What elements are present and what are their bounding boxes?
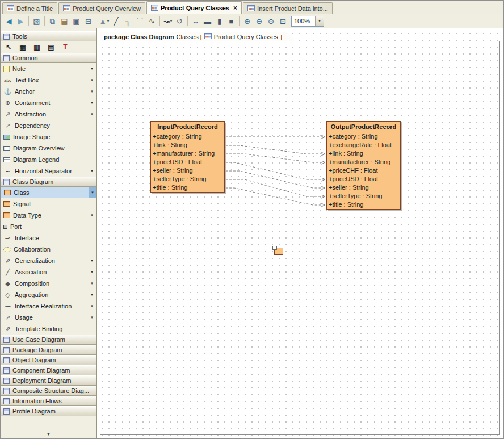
- class-attribute[interactable]: +seller : String: [151, 166, 224, 175]
- expand-arrow-icon[interactable]: ▾: [89, 78, 95, 82]
- palette-item-usage[interactable]: ↗Usage▾: [1, 312, 96, 323]
- select-in-containment-tree-button[interactable]: ▧: [31, 15, 43, 27]
- class-attribute[interactable]: +category : String: [327, 132, 400, 141]
- expand-arrow-icon[interactable]: ▾: [89, 66, 95, 71]
- make-same-width-button[interactable]: ▬: [201, 15, 213, 27]
- palette-section-tools[interactable]: Tools: [1, 31, 96, 41]
- palette-scroll-down-button[interactable]: ▼: [1, 430, 96, 438]
- forward-button[interactable]: ▶: [15, 15, 27, 27]
- make-same-height-button[interactable]: ▮: [213, 15, 225, 27]
- palette-item-diagram-legend[interactable]: Diagram Legend: [1, 154, 96, 165]
- diagram-frame-title[interactable]: package Class Diagram Classes [ Product …: [100, 32, 295, 41]
- palette-item-text-box[interactable]: abcText Box▾: [1, 74, 96, 86]
- class-attribute[interactable]: +seller : String: [327, 183, 400, 192]
- class-attribute[interactable]: +link : String: [151, 141, 224, 149]
- class-outputproductrecord[interactable]: OutputProductRecord+category : String+ex…: [326, 121, 401, 210]
- select-tool-icon[interactable]: ↖: [4, 43, 13, 52]
- expand-arrow-icon[interactable]: ▾: [89, 187, 96, 198]
- diagram-tool-icon[interactable]: ▦: [18, 43, 27, 52]
- zoom-in-button[interactable]: ⊕: [241, 15, 253, 27]
- palette-section-composite-structure-diag[interactable]: Composite Structure Diag...: [1, 386, 96, 396]
- class-attribute[interactable]: +priceCHF : Float: [327, 166, 400, 175]
- class-attribute[interactable]: +priceUSD : Float: [327, 175, 400, 183]
- copy-button[interactable]: ⧉: [47, 15, 58, 27]
- text-tool-icon[interactable]: T: [61, 43, 70, 52]
- palette-section-information-flows[interactable]: Information Flows: [1, 396, 96, 406]
- class-name[interactable]: InputProductRecord: [151, 122, 224, 132]
- mapping-connector-manufacturer[interactable]: [225, 154, 325, 162]
- curved-path-button[interactable]: ⌒: [134, 15, 146, 27]
- palette-section-profile-diagram[interactable]: Profile Diagram: [1, 406, 96, 416]
- tab-define-a-title[interactable]: Define a Title: [2, 2, 57, 14]
- tab-product-query-overview[interactable]: Product Query Overview: [58, 2, 145, 14]
- class-inputproductrecord[interactable]: InputProductRecord+category : String+lin…: [150, 121, 225, 193]
- palette-item-abstraction[interactable]: ↗Abstraction▾: [1, 108, 96, 120]
- back-button[interactable]: ◀: [3, 15, 15, 27]
- zoom-region-button[interactable]: ⊡: [277, 15, 289, 27]
- palette-item-interface-realization[interactable]: ⊶Interface Realization▾: [1, 300, 96, 312]
- palette-section-object-diagram[interactable]: Object Diagram: [1, 355, 96, 365]
- paste-style-button[interactable]: ⊟: [82, 15, 94, 27]
- palette-item-association[interactable]: ╱Association▾: [1, 266, 96, 278]
- class-attribute[interactable]: +manufacturer : String: [327, 158, 400, 166]
- palette-section-class-diagram[interactable]: Class Diagram: [1, 177, 96, 187]
- palette-section-package-diagram[interactable]: Package Diagram: [1, 345, 96, 355]
- swimlane-tool-icon[interactable]: ▥: [32, 43, 41, 52]
- class-attribute[interactable]: +sellerType : String: [151, 175, 224, 183]
- expand-arrow-icon[interactable]: ▾: [89, 292, 95, 297]
- class-attribute[interactable]: +priceUSD : Float: [151, 158, 224, 166]
- tab-product-query-classes[interactable]: Product Query Classes×: [146, 1, 242, 14]
- mapping-connector-link[interactable]: [225, 145, 325, 154]
- class-attribute[interactable]: +title : String: [151, 183, 224, 192]
- palette-item-horizontal-separator[interactable]: ┄Horizontal Separator▾: [1, 165, 96, 177]
- class-attribute[interactable]: +link : String: [327, 149, 400, 158]
- palette-item-diagram-overview[interactable]: Diagram Overview: [1, 143, 96, 154]
- palette-section-common[interactable]: Common: [1, 53, 96, 63]
- expand-arrow-icon[interactable]: ▾: [89, 169, 95, 173]
- paste-button[interactable]: ▤: [58, 15, 70, 27]
- palette-item-dependency[interactable]: ↗Dependency: [1, 120, 96, 131]
- class-name[interactable]: OutputProductRecord: [327, 122, 400, 132]
- palette-item-anchor[interactable]: ⚓Anchor▾: [1, 86, 96, 97]
- palette-item-port[interactable]: Port: [1, 221, 96, 232]
- palette-item-template-binding[interactable]: ⇗Template Binding: [1, 323, 96, 335]
- mapping-connector-sellerType[interactable]: [225, 179, 325, 196]
- palette-item-composition[interactable]: ◆Composition▾: [1, 278, 96, 289]
- expand-arrow-icon[interactable]: ▾: [89, 112, 95, 116]
- zoom-level-combobox[interactable]: 100%▾: [291, 16, 324, 27]
- zoom-out-button[interactable]: ⊖: [253, 15, 265, 27]
- class-attribute[interactable]: +sellerType : String: [327, 192, 400, 200]
- rectilinear-path-button[interactable]: ┐: [122, 15, 134, 27]
- reroute-path-button[interactable]: ↺: [174, 15, 186, 27]
- copy-style-button[interactable]: ▣: [70, 15, 82, 27]
- palette-item-image-shape[interactable]: Image Shape: [1, 131, 96, 143]
- expand-arrow-icon[interactable]: ▾: [89, 101, 95, 105]
- palette-item-containment[interactable]: ⊕Containment▾: [1, 97, 96, 108]
- palette-section-component-diagram[interactable]: Component Diagram: [1, 365, 96, 375]
- expand-arrow-icon[interactable]: ▾: [89, 270, 95, 274]
- close-tab-icon[interactable]: ×: [233, 4, 237, 12]
- expand-arrow-icon[interactable]: ▾: [89, 258, 95, 263]
- separator-tool-icon[interactable]: ▤: [47, 43, 56, 52]
- palette-section-use-case-diagram[interactable]: Use Case Diagram: [1, 335, 96, 345]
- expand-arrow-icon[interactable]: ▾: [89, 315, 95, 320]
- palette-item-note[interactable]: Note▾: [1, 63, 96, 74]
- expand-arrow-icon[interactable]: ▾: [89, 304, 95, 308]
- palette-item-data-type[interactable]: Data Type▾: [1, 210, 96, 221]
- palette-item-aggregation[interactable]: ◇Aggregation▾: [1, 289, 96, 300]
- tab-insert-product-data-into[interactable]: Insert Product Data into...: [243, 2, 333, 14]
- palette-item-signal[interactable]: Signal: [1, 198, 96, 210]
- mapping-connector-seller[interactable]: [225, 171, 325, 188]
- palette-item-collaboration[interactable]: Collaboration: [1, 244, 96, 255]
- palette-item-class[interactable]: Class▾: [1, 187, 96, 198]
- fit-in-window-button[interactable]: ⊙: [265, 15, 277, 27]
- line-style-button[interactable]: ↝▾: [162, 15, 174, 27]
- diagram-canvas[interactable]: package Class Diagram Classes [ Product …: [97, 28, 503, 438]
- make-same-size-button[interactable]: ■: [225, 15, 237, 27]
- class-attribute[interactable]: +exchangeRate : Float: [327, 141, 400, 149]
- mapping-connector-priceUSD[interactable]: [225, 162, 325, 179]
- expand-arrow-icon[interactable]: ▾: [89, 281, 95, 286]
- make-preferred-size-button[interactable]: ↔: [190, 15, 201, 27]
- expand-arrow-icon[interactable]: ▾: [89, 213, 95, 218]
- class-attribute[interactable]: +category : String: [151, 132, 224, 141]
